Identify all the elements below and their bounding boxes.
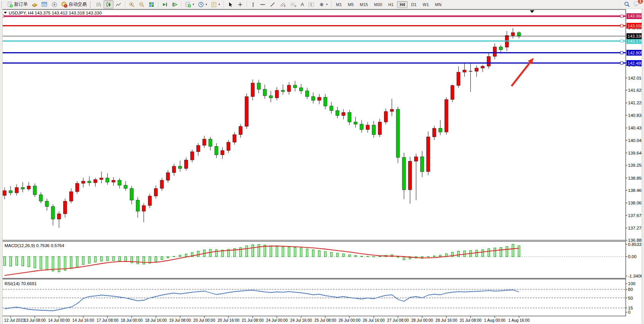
autotrading-button[interactable]: 自动交易 [59,0,89,9]
line-handle[interactable] [620,15,623,18]
text-tool-icon: A [301,2,304,7]
zoom-out-icon [139,2,145,8]
svg-text:19 Jul 08:00: 19 Jul 08:00 [169,318,191,322]
timeframe-button-M1[interactable]: M1 [333,1,344,8]
crosshair-icon [237,2,243,8]
vertical-line-tool-button[interactable] [249,0,258,9]
line-chart-type-button[interactable] [113,0,123,9]
timeframe-button-M15[interactable]: M15 [357,1,370,8]
svg-text:13 Jul 08:00: 13 Jul 08:00 [24,318,46,322]
autotrading-label: 自动交易 [69,1,87,8]
line-handle[interactable] [620,40,623,42]
arrows-icon [319,2,325,8]
toolbar-grip[interactable] [90,2,92,8]
price-chart-svg[interactable]: 143.590142.410142.010141.620141.220140.8… [0,9,644,324]
svg-text:143.330: 143.330 [628,34,643,38]
svg-text:31 Jul 08:00: 31 Jul 08:00 [460,318,481,322]
rsi-label: RSI(14) 70.6691 [5,281,37,286]
timeframe-button-D1[interactable]: D1 [408,1,419,8]
vertical-line-icon [250,2,256,8]
template-icon [211,2,217,8]
timeframe-button-M30[interactable]: M30 [371,1,385,8]
indicators-icon [185,2,191,8]
svg-text:14 Jul 16:00: 14 Jul 16:00 [72,318,94,322]
timeframe-button-W1[interactable]: W1 [420,1,432,8]
notifications-button[interactable]: 1 [633,1,640,8]
tile-windows-button[interactable] [147,0,156,9]
fibonacci-tool-button[interactable]: F [288,0,299,9]
svg-text:28 Jul 00:00: 28 Jul 00:00 [411,318,433,322]
svg-text:T: T [310,3,312,6]
toolbar-grip[interactable] [1,2,4,8]
horizontal-line-icon [260,2,266,8]
svg-text:143.658: 143.658 [628,24,643,28]
zoom-in-icon [129,2,135,8]
crosshair-tool-button[interactable] [235,0,245,9]
market-watch-button[interactable] [30,0,40,9]
trendline-icon [269,2,276,8]
svg-text:E: E [284,5,286,7]
timeframe-button-H1[interactable]: H1 [386,1,396,8]
zoom-in-button[interactable] [127,0,137,9]
svg-text:0.8533: 0.8533 [628,242,641,247]
signal-icon [51,2,57,8]
search-icon[interactable] [624,1,630,8]
channel-tool-button[interactable]: E [277,0,288,9]
line-handle[interactable] [620,62,623,64]
svg-text:18 Jul 16:00: 18 Jul 16:00 [145,318,167,322]
bar-chart-type-button[interactable] [94,0,104,9]
svg-text:50: 50 [628,296,633,300]
svg-text:1 Aug 00:00: 1 Aug 00:00 [484,318,505,322]
chevron-down-icon: ▾ [193,3,194,6]
line-handle[interactable] [620,24,623,27]
chart-window-button[interactable] [40,0,49,9]
svg-text:12 Jul 2023: 12 Jul 2023 [4,318,25,322]
line-chart-icon [115,2,121,8]
periods-button[interactable]: ▾ [196,0,209,9]
main-chart-panel[interactable] [2,10,626,240]
line-handle[interactable] [620,51,623,54]
left-window-edge [0,9,3,324]
svg-text:143.175: 143.175 [628,39,643,43]
chart-area[interactable]: 143.590142.410142.010141.620141.220140.8… [0,9,644,324]
svg-text:17 Jul 08:00: 17 Jul 08:00 [97,318,118,322]
timeframe-group: M1M5M15M30H1H4D1W1MN [333,1,445,8]
timeframe-button-MN[interactable]: MN [432,1,444,8]
chart-window-icon [41,2,48,8]
zoom-out-button[interactable] [137,0,147,9]
horizontal-line-tool-button[interactable] [258,0,268,9]
auto-scroll-button[interactable] [160,0,170,9]
svg-text:28 Jul 16:00: 28 Jul 16:00 [435,318,457,322]
toolbar: 新订单 自动交易 ▾ ▾ ▾ E F A T ▾ M1M5M15M30H1H4D… [0,0,644,9]
clock-icon [198,2,204,8]
svg-text:27 Jul 08:00: 27 Jul 08:00 [387,318,409,322]
svg-text:26 Jul 00:00: 26 Jul 00:00 [339,318,360,322]
indicators-button[interactable]: ▾ [183,0,196,9]
chart-title: USDJPY, H4 143.375 143.412 143.318 143.3… [9,11,102,15]
chart-shift-button[interactable] [170,0,180,9]
templates-button[interactable]: ▾ [209,0,222,9]
text-tool-button[interactable]: A [299,0,306,8]
text-label-tool-button[interactable]: T [306,0,317,9]
rsi-panel[interactable] [2,279,626,316]
chevron-down-icon: ▾ [326,3,328,6]
trading-terminal-window: { "toolbar": { "new_order_label": "新订单",… [0,0,644,324]
signal-button[interactable] [49,0,59,9]
cursor-tool-button[interactable] [225,0,235,9]
svg-text:25 Jul 08:00: 25 Jul 08:00 [314,318,336,322]
svg-text:142.480: 142.480 [628,61,643,65]
timeframe-button-M5[interactable]: M5 [345,1,356,8]
svg-text:143.960: 143.960 [628,14,643,18]
arrows-tool-button[interactable]: ▾ [317,0,330,9]
cursor-icon [227,2,233,8]
svg-text:18 Jul 00:00: 18 Jul 00:00 [121,318,142,322]
candlestick-chart-type-button[interactable] [104,0,113,9]
fibonacci-icon: F [290,2,297,8]
svg-text:100: 100 [628,281,635,286]
svg-text:80: 80 [628,287,633,292]
trendline-tool-button[interactable] [268,0,277,9]
autotrading-icon [61,2,67,8]
right-window-edge [642,9,644,324]
new-order-button[interactable]: 新订单 [5,0,30,9]
timeframe-button-H4[interactable]: H4 [397,1,408,8]
